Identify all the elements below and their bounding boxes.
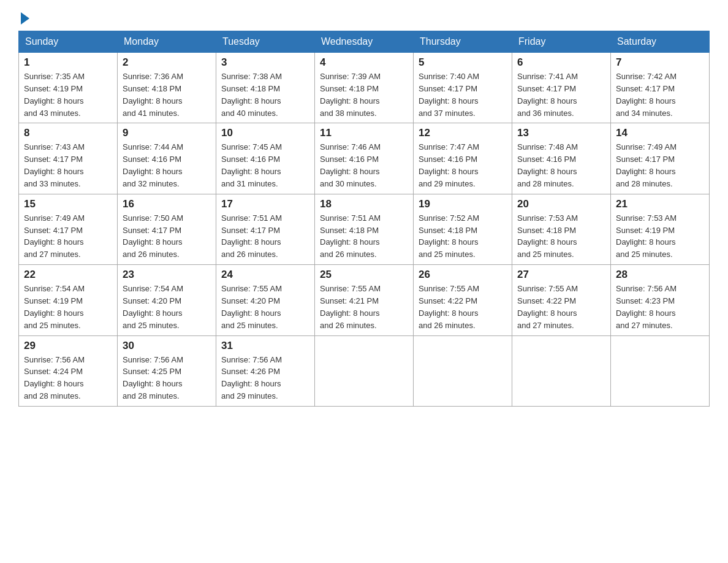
day-info: Sunrise: 7:50 AMSunset: 4:17 PMDaylight:… xyxy=(123,213,183,259)
day-info: Sunrise: 7:45 AMSunset: 4:16 PMDaylight:… xyxy=(221,142,282,188)
day-info: Sunrise: 7:51 AMSunset: 4:17 PMDaylight:… xyxy=(221,213,282,259)
calendar-cell: 17 Sunrise: 7:51 AMSunset: 4:17 PMDaylig… xyxy=(216,194,315,264)
day-info: Sunrise: 7:47 AMSunset: 4:16 PMDaylight:… xyxy=(419,142,479,188)
calendar-cell: 18 Sunrise: 7:51 AMSunset: 4:18 PMDaylig… xyxy=(315,194,414,264)
day-number: 1 xyxy=(24,56,112,69)
calendar-week-row: 29 Sunrise: 7:56 AMSunset: 4:24 PMDaylig… xyxy=(19,335,710,406)
calendar-cell: 1 Sunrise: 7:35 AMSunset: 4:19 PMDayligh… xyxy=(19,53,118,123)
day-number: 13 xyxy=(517,127,605,139)
day-number: 29 xyxy=(24,340,112,352)
day-number: 21 xyxy=(616,198,704,210)
calendar-cell: 13 Sunrise: 7:48 AMSunset: 4:16 PMDaylig… xyxy=(512,123,611,194)
day-number: 5 xyxy=(419,56,507,69)
column-header-sunday: Sunday xyxy=(19,31,118,53)
calendar-cell: 7 Sunrise: 7:42 AMSunset: 4:17 PMDayligh… xyxy=(611,53,710,123)
day-info: Sunrise: 7:42 AMSunset: 4:17 PMDaylight:… xyxy=(616,72,677,118)
day-info: Sunrise: 7:55 AMSunset: 4:22 PMDaylight:… xyxy=(517,284,578,330)
day-info: Sunrise: 7:35 AMSunset: 4:19 PMDaylight:… xyxy=(24,72,85,118)
calendar-cell xyxy=(414,335,512,406)
day-info: Sunrise: 7:44 AMSunset: 4:16 PMDaylight:… xyxy=(123,142,183,188)
day-info: Sunrise: 7:39 AMSunset: 4:18 PMDaylight:… xyxy=(320,72,381,118)
day-info: Sunrise: 7:55 AMSunset: 4:22 PMDaylight:… xyxy=(419,284,479,330)
day-info: Sunrise: 7:41 AMSunset: 4:17 PMDaylight:… xyxy=(517,72,578,118)
calendar-header-row: SundayMondayTuesdayWednesdayThursdayFrid… xyxy=(19,31,710,53)
column-header-friday: Friday xyxy=(512,31,611,53)
day-info: Sunrise: 7:46 AMSunset: 4:16 PMDaylight:… xyxy=(320,142,381,188)
calendar-cell: 31 Sunrise: 7:56 AMSunset: 4:26 PMDaylig… xyxy=(216,335,315,406)
calendar-cell: 4 Sunrise: 7:39 AMSunset: 4:18 PMDayligh… xyxy=(315,53,414,123)
day-info: Sunrise: 7:55 AMSunset: 4:21 PMDaylight:… xyxy=(320,284,381,330)
day-info: Sunrise: 7:53 AMSunset: 4:19 PMDaylight:… xyxy=(616,213,677,259)
day-info: Sunrise: 7:51 AMSunset: 4:18 PMDaylight:… xyxy=(320,213,381,259)
day-info: Sunrise: 7:56 AMSunset: 4:23 PMDaylight:… xyxy=(616,284,677,330)
day-number: 15 xyxy=(24,198,112,210)
calendar-cell: 27 Sunrise: 7:55 AMSunset: 4:22 PMDaylig… xyxy=(512,265,611,335)
calendar-cell: 10 Sunrise: 7:45 AMSunset: 4:16 PMDaylig… xyxy=(216,123,315,194)
day-info: Sunrise: 7:53 AMSunset: 4:18 PMDaylight:… xyxy=(517,213,578,259)
day-number: 4 xyxy=(320,56,408,69)
day-number: 24 xyxy=(221,269,309,281)
calendar-cell xyxy=(611,335,710,406)
day-number: 31 xyxy=(221,340,309,352)
day-info: Sunrise: 7:56 AMSunset: 4:26 PMDaylight:… xyxy=(221,355,282,401)
logo xyxy=(18,12,29,25)
logo-blue-text xyxy=(18,12,29,25)
day-number: 16 xyxy=(123,198,211,210)
day-info: Sunrise: 7:52 AMSunset: 4:18 PMDaylight:… xyxy=(419,213,479,259)
calendar-cell: 2 Sunrise: 7:36 AMSunset: 4:18 PMDayligh… xyxy=(118,53,216,123)
page-header xyxy=(18,12,710,25)
calendar-cell: 24 Sunrise: 7:55 AMSunset: 4:20 PMDaylig… xyxy=(216,265,315,335)
day-number: 11 xyxy=(320,127,408,139)
day-info: Sunrise: 7:56 AMSunset: 4:25 PMDaylight:… xyxy=(123,355,183,401)
calendar-cell: 3 Sunrise: 7:38 AMSunset: 4:18 PMDayligh… xyxy=(216,53,315,123)
day-number: 6 xyxy=(517,56,605,69)
day-info: Sunrise: 7:49 AMSunset: 4:17 PMDaylight:… xyxy=(24,213,85,259)
day-number: 30 xyxy=(123,340,211,352)
day-number: 9 xyxy=(123,127,211,139)
calendar-week-row: 8 Sunrise: 7:43 AMSunset: 4:17 PMDayligh… xyxy=(19,123,710,194)
day-info: Sunrise: 7:43 AMSunset: 4:17 PMDaylight:… xyxy=(24,142,85,188)
calendar-cell: 6 Sunrise: 7:41 AMSunset: 4:17 PMDayligh… xyxy=(512,53,611,123)
day-number: 22 xyxy=(24,269,112,281)
calendar-cell: 28 Sunrise: 7:56 AMSunset: 4:23 PMDaylig… xyxy=(611,265,710,335)
calendar-cell: 23 Sunrise: 7:54 AMSunset: 4:20 PMDaylig… xyxy=(118,265,216,335)
day-number: 27 xyxy=(517,269,605,281)
calendar-cell: 20 Sunrise: 7:53 AMSunset: 4:18 PMDaylig… xyxy=(512,194,611,264)
calendar-week-row: 22 Sunrise: 7:54 AMSunset: 4:19 PMDaylig… xyxy=(19,265,710,335)
calendar-cell xyxy=(512,335,611,406)
day-number: 20 xyxy=(517,198,605,210)
day-number: 3 xyxy=(221,56,309,69)
calendar-cell: 19 Sunrise: 7:52 AMSunset: 4:18 PMDaylig… xyxy=(414,194,512,264)
calendar-cell: 21 Sunrise: 7:53 AMSunset: 4:19 PMDaylig… xyxy=(611,194,710,264)
day-info: Sunrise: 7:48 AMSunset: 4:16 PMDaylight:… xyxy=(517,142,578,188)
calendar-cell: 29 Sunrise: 7:56 AMSunset: 4:24 PMDaylig… xyxy=(19,335,118,406)
calendar-cell: 15 Sunrise: 7:49 AMSunset: 4:17 PMDaylig… xyxy=(19,194,118,264)
calendar-cell: 22 Sunrise: 7:54 AMSunset: 4:19 PMDaylig… xyxy=(19,265,118,335)
day-number: 26 xyxy=(419,269,507,281)
day-number: 25 xyxy=(320,269,408,281)
day-info: Sunrise: 7:56 AMSunset: 4:24 PMDaylight:… xyxy=(24,355,85,401)
day-number: 7 xyxy=(616,56,704,69)
day-info: Sunrise: 7:49 AMSunset: 4:17 PMDaylight:… xyxy=(616,142,677,188)
day-number: 18 xyxy=(320,198,408,210)
day-number: 10 xyxy=(221,127,309,139)
day-info: Sunrise: 7:54 AMSunset: 4:19 PMDaylight:… xyxy=(24,284,85,330)
calendar-cell: 5 Sunrise: 7:40 AMSunset: 4:17 PMDayligh… xyxy=(414,53,512,123)
day-number: 17 xyxy=(221,198,309,210)
column-header-saturday: Saturday xyxy=(611,31,710,53)
calendar-cell: 26 Sunrise: 7:55 AMSunset: 4:22 PMDaylig… xyxy=(414,265,512,335)
column-header-tuesday: Tuesday xyxy=(216,31,315,53)
day-number: 19 xyxy=(419,198,507,210)
column-header-wednesday: Wednesday xyxy=(315,31,414,53)
day-number: 28 xyxy=(616,269,704,281)
day-number: 12 xyxy=(419,127,507,139)
day-number: 23 xyxy=(123,269,211,281)
calendar-cell: 14 Sunrise: 7:49 AMSunset: 4:17 PMDaylig… xyxy=(611,123,710,194)
day-info: Sunrise: 7:54 AMSunset: 4:20 PMDaylight:… xyxy=(123,284,183,330)
calendar-table: SundayMondayTuesdayWednesdayThursdayFrid… xyxy=(18,31,710,407)
logo-triangle-icon xyxy=(21,12,29,25)
day-info: Sunrise: 7:55 AMSunset: 4:20 PMDaylight:… xyxy=(221,284,282,330)
calendar-cell: 8 Sunrise: 7:43 AMSunset: 4:17 PMDayligh… xyxy=(19,123,118,194)
calendar-cell: 16 Sunrise: 7:50 AMSunset: 4:17 PMDaylig… xyxy=(118,194,216,264)
calendar-cell xyxy=(315,335,414,406)
